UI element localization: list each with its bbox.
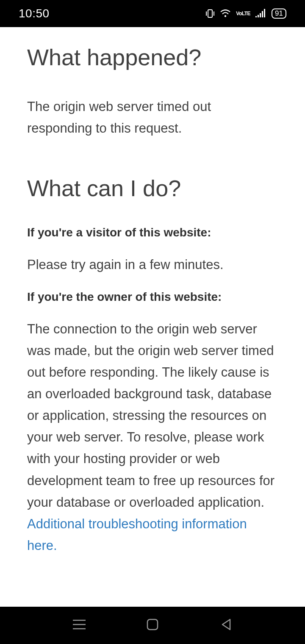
paragraph-visitor: Please try again in a few minutes. [27,254,278,275]
signal-icon [255,9,266,18]
vibrate-icon [205,8,215,19]
square-icon [146,618,159,633]
back-button[interactable] [213,613,238,638]
subheading-visitor: If you're a visitor of this website: [27,226,278,239]
svg-rect-0 [208,10,212,17]
heading-what-happened: What happened? [27,44,278,70]
paragraph-owner: The connection to the origin web server … [27,318,278,557]
back-triangle-icon [220,618,232,633]
status-bar: 10:50 Vo LTE [0,0,305,27]
recent-apps-button[interactable] [67,613,92,638]
svg-rect-12 [147,619,158,630]
volte-line1: Vo [236,11,241,16]
status-time: 10:50 [19,7,50,20]
heading-what-can-i-do: What can I do? [27,175,278,201]
svg-rect-5 [258,15,259,17]
troubleshooting-link[interactable]: Additional troubleshooting information h… [27,516,247,553]
volte-line2: LTE [242,11,250,16]
paragraph-owner-text: The connection to the origin web server … [27,322,274,510]
svg-rect-7 [262,11,263,17]
navigation-bar [0,607,305,644]
svg-rect-6 [260,13,261,17]
volte-icon: Vo LTE [236,11,250,16]
svg-rect-4 [255,16,257,17]
svg-point-3 [225,15,226,17]
battery-icon: 91 [272,8,286,19]
subheading-owner: If you're the owner of this website: [27,290,278,304]
status-icons: Vo LTE 91 [205,8,286,19]
hamburger-icon [72,619,86,632]
svg-rect-8 [264,9,265,17]
wifi-icon [220,9,231,18]
page-content: What happened? The origin web server tim… [0,27,305,607]
paragraph-what-happened: The origin web server timed out respondi… [27,96,278,139]
home-button[interactable] [140,613,165,638]
